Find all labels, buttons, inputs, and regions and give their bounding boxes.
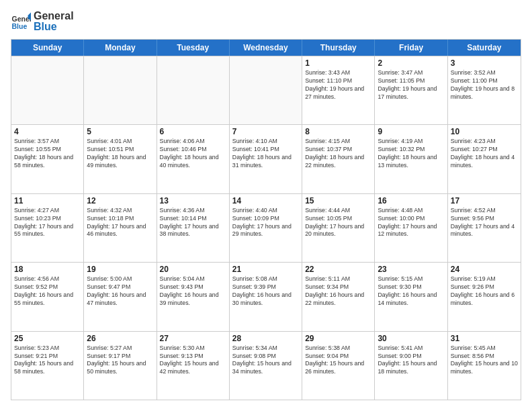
- day-number: 10: [451, 127, 518, 136]
- day-info: Sunrise: 4:40 AM Sunset: 10:09 PM Daylig…: [232, 207, 299, 239]
- day-number: 16: [378, 196, 444, 205]
- cal-week-3: 11Sunrise: 4:27 AM Sunset: 10:23 PM Dayl…: [11, 193, 521, 262]
- day-number: 13: [160, 196, 226, 205]
- day-info: Sunrise: 4:27 AM Sunset: 10:23 PM Daylig…: [14, 207, 81, 239]
- day-number: 5: [87, 127, 153, 136]
- cal-cell: 11Sunrise: 4:27 AM Sunset: 10:23 PM Dayl…: [11, 194, 84, 262]
- calendar: SundayMondayTuesdayWednesdayThursdayFrid…: [11, 39, 521, 400]
- day-number: 28: [232, 334, 299, 343]
- day-number: 9: [378, 127, 444, 136]
- cal-week-5: 25Sunrise: 5:23 AM Sunset: 9:21 PM Dayli…: [11, 331, 521, 400]
- cal-cell: 16Sunrise: 4:48 AM Sunset: 10:00 PM Dayl…: [375, 194, 447, 262]
- day-number: 3: [451, 58, 518, 68]
- cal-header-monday: Monday: [84, 40, 157, 56]
- calendar-body: 1Sunrise: 3:43 AM Sunset: 11:10 PM Dayli…: [11, 56, 521, 400]
- day-number: 8: [305, 127, 371, 136]
- day-info: Sunrise: 4:19 AM Sunset: 10:32 PM Daylig…: [378, 138, 444, 170]
- day-number: 18: [14, 265, 81, 274]
- cal-cell: 13Sunrise: 4:36 AM Sunset: 10:14 PM Dayl…: [157, 194, 230, 262]
- cal-cell: 6Sunrise: 4:06 AM Sunset: 10:46 PM Dayli…: [157, 125, 230, 193]
- cal-cell: [84, 56, 157, 124]
- day-info: Sunrise: 5:15 AM Sunset: 9:30 PM Dayligh…: [378, 275, 444, 308]
- cal-cell: 10Sunrise: 4:23 AM Sunset: 10:27 PM Dayl…: [448, 125, 521, 193]
- cal-cell: 24Sunrise: 5:19 AM Sunset: 9:26 PM Dayli…: [448, 263, 521, 330]
- day-info: Sunrise: 4:44 AM Sunset: 10:05 PM Daylig…: [305, 207, 371, 239]
- day-number: 1: [305, 58, 371, 68]
- cal-cell: 4Sunrise: 3:57 AM Sunset: 10:55 PM Dayli…: [11, 125, 84, 193]
- day-info: Sunrise: 5:30 AM Sunset: 9:13 PM Dayligh…: [160, 345, 226, 377]
- day-number: 23: [378, 265, 444, 274]
- cal-cell: 30Sunrise: 5:41 AM Sunset: 9:00 PM Dayli…: [375, 332, 447, 400]
- cal-cell: 9Sunrise: 4:19 AM Sunset: 10:32 PM Dayli…: [375, 125, 447, 193]
- day-number: 27: [160, 334, 226, 343]
- day-number: 31: [451, 334, 518, 343]
- cal-cell: 27Sunrise: 5:30 AM Sunset: 9:13 PM Dayli…: [157, 332, 230, 400]
- cal-cell: 26Sunrise: 5:27 AM Sunset: 9:17 PM Dayli…: [84, 332, 157, 400]
- day-number: 26: [87, 334, 153, 343]
- cal-cell: 18Sunrise: 4:56 AM Sunset: 9:52 PM Dayli…: [11, 263, 84, 330]
- calendar-header-row: SundayMondayTuesdayWednesdayThursdayFrid…: [11, 40, 521, 56]
- day-info: Sunrise: 4:36 AM Sunset: 10:14 PM Daylig…: [160, 207, 226, 239]
- day-number: 25: [14, 334, 81, 343]
- cal-cell: 21Sunrise: 5:08 AM Sunset: 9:39 PM Dayli…: [230, 263, 302, 330]
- day-number: 7: [232, 127, 299, 136]
- day-info: Sunrise: 4:23 AM Sunset: 10:27 PM Daylig…: [451, 138, 518, 170]
- cal-header-friday: Friday: [375, 40, 447, 56]
- cal-week-4: 18Sunrise: 4:56 AM Sunset: 9:52 PM Dayli…: [11, 262, 521, 330]
- day-number: 17: [451, 196, 518, 205]
- day-number: 15: [305, 196, 371, 205]
- cal-header-sunday: Sunday: [11, 40, 84, 56]
- cal-cell: 15Sunrise: 4:44 AM Sunset: 10:05 PM Dayl…: [302, 194, 375, 262]
- logo-general: General: [34, 11, 74, 21]
- cal-cell: 19Sunrise: 5:00 AM Sunset: 9:47 PM Dayli…: [84, 263, 157, 330]
- day-info: Sunrise: 5:11 AM Sunset: 9:34 PM Dayligh…: [305, 275, 371, 308]
- day-info: Sunrise: 5:04 AM Sunset: 9:43 PM Dayligh…: [160, 275, 226, 308]
- cal-cell: [11, 56, 84, 124]
- page-header: General Blue General Blue: [11, 11, 521, 32]
- day-info: Sunrise: 4:01 AM Sunset: 10:51 PM Daylig…: [87, 138, 153, 170]
- day-number: 24: [451, 265, 518, 274]
- day-info: Sunrise: 5:08 AM Sunset: 9:39 PM Dayligh…: [232, 275, 299, 308]
- day-info: Sunrise: 5:34 AM Sunset: 9:08 PM Dayligh…: [232, 345, 299, 377]
- day-number: 20: [160, 265, 226, 274]
- cal-cell: 14Sunrise: 4:40 AM Sunset: 10:09 PM Dayl…: [230, 194, 302, 262]
- cal-cell: 31Sunrise: 5:45 AM Sunset: 8:56 PM Dayli…: [448, 332, 521, 400]
- day-number: 2: [378, 58, 444, 68]
- cal-cell: 17Sunrise: 4:52 AM Sunset: 9:56 PM Dayli…: [448, 194, 521, 262]
- cal-cell: 25Sunrise: 5:23 AM Sunset: 9:21 PM Dayli…: [11, 332, 84, 400]
- day-info: Sunrise: 5:38 AM Sunset: 9:04 PM Dayligh…: [305, 345, 371, 377]
- day-info: Sunrise: 3:47 AM Sunset: 11:05 PM Daylig…: [378, 69, 444, 101]
- cal-cell: 1Sunrise: 3:43 AM Sunset: 11:10 PM Dayli…: [302, 56, 375, 124]
- day-number: 29: [305, 334, 371, 343]
- cal-cell: 28Sunrise: 5:34 AM Sunset: 9:08 PM Dayli…: [230, 332, 302, 400]
- cal-cell: 12Sunrise: 4:32 AM Sunset: 10:18 PM Dayl…: [84, 194, 157, 262]
- day-number: 4: [14, 127, 81, 136]
- cal-header-wednesday: Wednesday: [230, 40, 302, 56]
- day-number: 21: [232, 265, 299, 274]
- cal-header-tuesday: Tuesday: [157, 40, 230, 56]
- day-info: Sunrise: 3:52 AM Sunset: 11:00 PM Daylig…: [451, 69, 518, 101]
- day-number: 30: [378, 334, 444, 343]
- cal-week-2: 4Sunrise: 3:57 AM Sunset: 10:55 PM Dayli…: [11, 124, 521, 193]
- day-info: Sunrise: 5:19 AM Sunset: 9:26 PM Dayligh…: [451, 275, 518, 308]
- day-info: Sunrise: 3:57 AM Sunset: 10:55 PM Daylig…: [14, 138, 81, 170]
- logo-icon: General Blue: [11, 11, 31, 32]
- cal-header-thursday: Thursday: [302, 40, 375, 56]
- day-info: Sunrise: 4:06 AM Sunset: 10:46 PM Daylig…: [160, 138, 226, 170]
- day-info: Sunrise: 3:43 AM Sunset: 11:10 PM Daylig…: [305, 69, 371, 101]
- day-info: Sunrise: 4:32 AM Sunset: 10:18 PM Daylig…: [87, 207, 153, 239]
- day-info: Sunrise: 5:41 AM Sunset: 9:00 PM Dayligh…: [378, 345, 444, 377]
- day-info: Sunrise: 5:00 AM Sunset: 9:47 PM Dayligh…: [87, 275, 153, 308]
- day-number: 11: [14, 196, 81, 205]
- day-number: 6: [160, 127, 226, 136]
- cal-cell: 22Sunrise: 5:11 AM Sunset: 9:34 PM Dayli…: [302, 263, 375, 330]
- day-info: Sunrise: 4:48 AM Sunset: 10:00 PM Daylig…: [378, 207, 444, 239]
- logo: General Blue General Blue: [11, 11, 74, 32]
- cal-cell: 23Sunrise: 5:15 AM Sunset: 9:30 PM Dayli…: [375, 263, 447, 330]
- day-info: Sunrise: 4:56 AM Sunset: 9:52 PM Dayligh…: [14, 275, 81, 308]
- cal-cell: 29Sunrise: 5:38 AM Sunset: 9:04 PM Dayli…: [302, 332, 375, 400]
- day-info: Sunrise: 4:10 AM Sunset: 10:41 PM Daylig…: [232, 138, 299, 170]
- cal-cell: 8Sunrise: 4:15 AM Sunset: 10:37 PM Dayli…: [302, 125, 375, 193]
- day-number: 14: [232, 196, 299, 205]
- cal-cell: 7Sunrise: 4:10 AM Sunset: 10:41 PM Dayli…: [230, 125, 302, 193]
